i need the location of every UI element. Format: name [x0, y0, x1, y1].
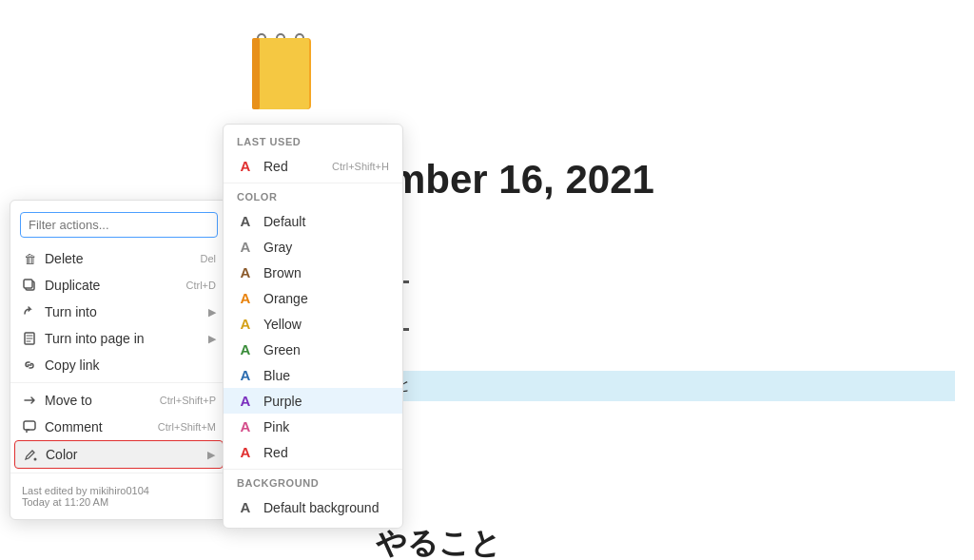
- menu-item-color[interactable]: Color ▶: [14, 440, 224, 469]
- color-blue-label: Blue: [263, 368, 290, 383]
- page-icon: [22, 331, 37, 346]
- menu-item-delete-left: 🗑 Delete: [22, 251, 83, 266]
- link-icon: [22, 357, 37, 373]
- color-brown-letter: A: [237, 264, 254, 280]
- color-item-purple[interactable]: A Purple: [224, 388, 402, 414]
- menu-item-delete[interactable]: 🗑 Delete Del: [10, 245, 227, 272]
- menu-item-duplicate-left: Duplicate: [22, 278, 100, 293]
- color-arrow-icon: ▶: [207, 449, 215, 461]
- turn-into-page-arrow-icon: ▶: [208, 333, 216, 345]
- color-green-label: Green: [263, 342, 301, 357]
- menu-item-move-to[interactable]: Move to Ctrl+Shift+P: [10, 387, 227, 414]
- menu-item-turn-into[interactable]: Turn into ▶: [10, 299, 227, 325]
- background-section-label: BACKGROUND: [224, 473, 402, 494]
- menu-item-color-label: Color: [46, 447, 77, 462]
- menu-item-comment-shortcut: Ctrl+Shift+M: [158, 421, 216, 433]
- color-icon: [23, 447, 38, 462]
- menu-item-duplicate-label: Duplicate: [45, 278, 100, 293]
- menu-item-turn-into-page-label: Turn into page in: [45, 331, 145, 346]
- color-yellow-letter: A: [237, 316, 254, 332]
- color-item-orange[interactable]: A Orange: [224, 285, 402, 311]
- menu-item-copy-link-left: Copy link: [22, 357, 100, 373]
- color-pink-letter: A: [237, 418, 254, 434]
- svg-rect-13: [24, 421, 35, 430]
- menu-item-delete-label: Delete: [45, 251, 83, 266]
- color-blue-letter: A: [237, 367, 254, 383]
- menu-item-delete-shortcut: Del: [200, 253, 216, 264]
- menu-item-move-to-label: Move to: [45, 393, 92, 408]
- duplicate-icon: [22, 278, 37, 293]
- menu-item-copy-link[interactable]: Copy link: [10, 352, 227, 378]
- color-red-label: Red: [263, 445, 288, 460]
- color-default-label: Default: [263, 214, 305, 229]
- last-used-shortcut: Ctrl+Shift+H: [332, 161, 389, 172]
- menu-item-duplicate[interactable]: Duplicate Ctrl+D: [10, 272, 227, 299]
- context-menu: 🗑 Delete Del Duplicate Ctrl+D Turn i: [10, 200, 228, 520]
- color-submenu-divider-2: [224, 469, 402, 470]
- menu-item-comment-left: Comment: [22, 419, 103, 434]
- menu-item-turn-into-left: Turn into: [22, 304, 97, 319]
- color-purple-label: Purple: [263, 394, 302, 409]
- menu-item-turn-into-page-left: Turn into page in: [22, 331, 145, 346]
- color-item-gray[interactable]: A Gray: [224, 234, 402, 260]
- turn-into-icon: [22, 304, 37, 319]
- color-section-label: COLOR: [224, 187, 402, 208]
- color-gray-label: Gray: [263, 240, 292, 255]
- menu-item-copy-link-label: Copy link: [45, 357, 100, 373]
- date-heading: mber 16, 2021: [390, 157, 654, 203]
- svg-rect-10: [24, 280, 32, 288]
- last-used-item-left: A Red: [237, 158, 288, 174]
- menu-divider-1: [10, 382, 227, 383]
- color-item-yellow[interactable]: A Yellow: [224, 311, 402, 337]
- color-yellow-label: Yellow: [263, 317, 302, 332]
- menu-item-turn-into-page[interactable]: Turn into page in ▶: [10, 325, 227, 352]
- highlight-row: [376, 371, 955, 401]
- menu-item-color-left: Color: [23, 447, 77, 462]
- color-red-letter: A: [237, 444, 254, 460]
- color-default-letter: A: [237, 213, 254, 229]
- color-orange-label: Orange: [263, 291, 308, 306]
- menu-divider-2: [10, 473, 227, 473]
- last-used-label: LAST USED: [224, 132, 402, 153]
- last-edited-line2: Today at 11:20 AM: [22, 496, 216, 508]
- menu-item-comment[interactable]: Comment Ctrl+Shift+M: [10, 414, 227, 440]
- turn-into-arrow-icon: ▶: [208, 306, 216, 319]
- color-item-brown[interactable]: A Brown: [224, 260, 402, 285]
- comment-icon: [22, 419, 37, 434]
- menu-item-turn-into-label: Turn into: [45, 304, 97, 319]
- color-item-default-bg[interactable]: A Default background: [224, 494, 402, 520]
- color-default-bg-letter: A: [237, 499, 254, 515]
- color-item-pink[interactable]: A Pink: [224, 414, 402, 439]
- color-orange-letter: A: [237, 290, 254, 306]
- move-icon: [22, 393, 37, 408]
- svg-rect-7: [257, 38, 309, 109]
- last-used-item-label: Red: [263, 159, 288, 174]
- color-purple-letter: A: [237, 393, 254, 409]
- color-brown-label: Brown: [263, 265, 302, 280]
- last-used-letter: A: [237, 158, 254, 174]
- color-submenu: LAST USED A Red Ctrl+Shift+H COLOR A Def…: [223, 124, 403, 529]
- last-edited: Last edited by mikihiro0104 Today at 11:…: [10, 477, 227, 512]
- color-pink-label: Pink: [263, 419, 289, 434]
- notebook-icon: [243, 29, 319, 125]
- color-green-letter: A: [237, 341, 254, 357]
- color-submenu-divider-1: [224, 183, 402, 183]
- menu-item-move-shortcut: Ctrl+Shift+P: [160, 395, 216, 406]
- color-item-red[interactable]: A Red: [224, 439, 402, 465]
- menu-item-duplicate-shortcut: Ctrl+D: [186, 280, 216, 291]
- color-item-blue[interactable]: A Blue: [224, 362, 402, 388]
- svg-rect-8: [252, 38, 260, 109]
- last-edited-line1: Last edited by mikihiro0104: [22, 485, 216, 496]
- color-item-green[interactable]: A Green: [224, 337, 402, 362]
- filter-input[interactable]: [20, 212, 218, 238]
- color-gray-letter: A: [237, 239, 254, 255]
- last-used-item[interactable]: A Red Ctrl+Shift+H: [224, 153, 402, 179]
- color-default-bg-label: Default background: [263, 500, 379, 515]
- color-item-default[interactable]: A Default: [224, 208, 402, 234]
- menu-item-comment-label: Comment: [45, 419, 103, 434]
- svg-point-14: [34, 458, 37, 461]
- menu-item-move-to-left: Move to: [22, 393, 92, 408]
- delete-icon: 🗑: [22, 251, 37, 266]
- filter-input-wrap: [10, 208, 227, 245]
